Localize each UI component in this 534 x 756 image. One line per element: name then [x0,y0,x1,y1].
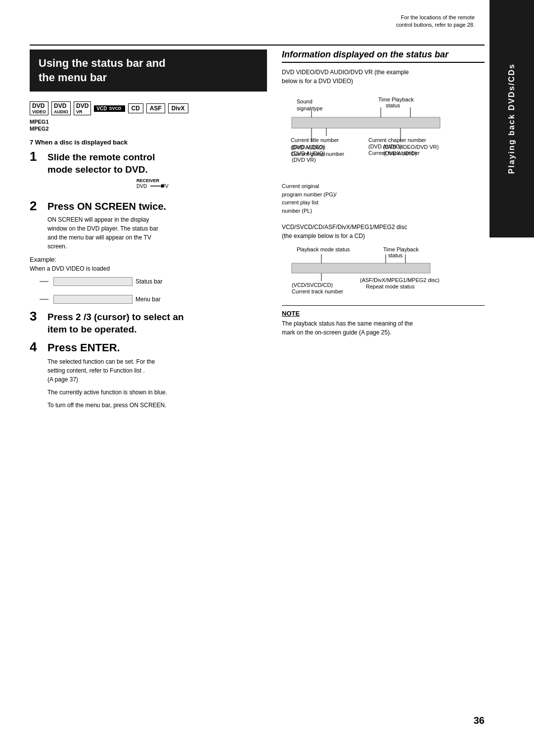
step-4-desc2: The currently active function is shown i… [47,388,267,397]
badge-divx: DivX [168,103,188,113]
right-column: Information displayed on the status bar … [282,49,485,337]
badge-dvd-vr: DVD VR [74,101,91,115]
svg-text:Current chapter number: Current chapter number [368,137,426,143]
step-2-content: Press ON SCREEN twice. ON SCREEN will ap… [47,200,267,251]
dvd-status-svg: Sound signal type Time Playback status (… [282,93,460,172]
svg-text:(DVD VR): (DVD VR) [292,157,316,163]
svg-text:status: status [388,252,403,258]
example-label: Example: [30,256,267,263]
cd-diagram: Playback mode status Time Playback statu… [282,245,485,296]
status-bar-box [53,277,133,286]
status-bar-row: Status bar [40,277,267,286]
badge-dvd-video: DVD VIDEO [30,101,48,115]
svg-text:Current group number: Current group number [291,151,345,157]
svg-text:Time Playback: Time Playback [383,246,419,252]
svg-text:DVD: DVD [136,184,147,189]
step-4: 4 Press ENTER. The selected function can… [30,341,267,410]
svg-rect-7 [292,117,440,128]
step-2-title: Press ON SCREEN twice. [47,200,267,212]
badge-vcd-svcd: VCD SVCD [94,105,125,112]
status-bar-line [40,279,50,284]
disc-badges: DVD VIDEO DVD AUDIO DVD VR VCD SVCD CD A… [30,101,267,115]
step-3-title: Press 2 /3 (cursor) to select an item to… [47,311,267,335]
dvd-vr-annotation: Current original program number (PG)/ cu… [282,182,485,215]
cd-status-svg: Playback mode status Time Playback statu… [282,245,460,295]
bar-illustration: Status bar Menu bar [40,277,267,304]
step-1-content: Slide the remote control mode selector t… [47,151,267,197]
svg-text:Current track number: Current track number [292,288,343,294]
dvd-intro: DVD VIDEO/DVD AUDIO/DVD VR (the example … [282,68,485,86]
note-box: NOTE The playback status has the same me… [282,305,485,337]
menu-bar-line [40,297,50,302]
svg-text:Sound: Sound [297,98,312,104]
receiver-dvd-tv-icon: RECEIVER DVD TV [136,177,171,195]
svg-text:TV: TV [162,184,169,189]
mpeg-labels: MPEG1 MPEG2 [30,118,267,133]
step-3-content: Press 2 /3 (cursor) to select an item to… [47,311,267,337]
side-tab: Playing back DVDs/CDs [490,0,534,237]
svg-text:(DVD AUDIO): (DVD AUDIO) [368,143,402,149]
page-container: For the locations of the remote control … [0,0,534,756]
step-4-desc1: The selected function can be set. For th… [47,357,267,384]
step-4-desc3: To turn off the menu bar, press ON SCREE… [47,401,267,410]
badge-cd: CD [128,103,143,113]
step-4-title: Press ENTER. [47,341,267,354]
step-1: 1 Slide the remote control mode selector… [30,151,267,197]
section-heading: Information displayed on the status bar [282,49,485,63]
svg-text:(DVD AUDIO): (DVD AUDIO) [291,144,324,150]
menu-bar-row: Menu bar [40,295,267,304]
svg-text:Playback mode status: Playback mode status [297,246,350,252]
svg-text:signal type: signal type [297,105,323,111]
top-reference-note: For the locations of the remote control … [396,14,475,29]
left-column: Using the status bar and the menu bar DV… [30,49,267,414]
receiver-icon-area: RECEIVER DVD TV [136,177,267,196]
step-2-desc: ON SCREEN will appear in the display win… [47,215,267,251]
menu-bar-box [53,295,133,304]
svg-text:Time Playback: Time Playback [378,96,414,102]
step-2: 2 Press ON SCREEN twice. ON SCREEN will … [30,200,267,251]
svg-text:status: status [386,102,400,108]
cd-intro: VCD/SVCD/CD/ASF/DivX/MPEG1/MPEG2 disc (t… [282,223,485,240]
dvd-diagram: Sound signal type Time Playback status (… [282,93,485,173]
step-3-number: 3 [30,310,47,323]
svg-text:(VCD/SVCD/CD): (VCD/SVCD/CD) [292,282,333,288]
top-rule [30,45,485,46]
svg-text:RECEIVER: RECEIVER [136,178,160,183]
step-1-number: 1 [30,150,47,163]
svg-text:Current track number: Current track number [368,150,420,156]
svg-rect-29 [292,263,430,273]
menu-bar-indicator [40,297,50,302]
example-area: Example: When a DVD VIDEO is loaded Stat… [30,256,267,304]
step-4-content: Press ENTER. The selected function can b… [47,341,267,410]
step-1-title: Slide the remote control mode selector t… [47,151,267,176]
cd-section: VCD/SVCD/CD/ASF/DivX/MPEG1/MPEG2 disc (t… [282,223,485,337]
note-text: The playback status has the same meaning… [282,319,485,337]
status-bar-indicator [40,279,50,284]
status-bar-label: Status bar [135,278,163,285]
step-2-number: 2 [30,199,47,212]
section-title: Using the status bar and the menu bar [30,49,267,92]
example-sub: When a DVD VIDEO is loaded [30,265,267,272]
svg-text:Current title number: Current title number [291,137,339,143]
badge-dvd-audio: DVD AUDIO [51,101,71,115]
svg-text:Repeat mode status: Repeat mode status [366,284,415,289]
badge-asf: ASF [146,103,165,113]
svg-text:(ASF/DivX/MPEG1/MPEG2 disc): (ASF/DivX/MPEG1/MPEG2 disc) [360,277,440,283]
page-number: 36 [474,715,485,726]
side-tab-text: Playing back DVDs/CDs [507,63,516,174]
step-4-number: 4 [30,340,47,353]
menu-bar-label: Menu bar [135,296,161,303]
step7-subtitle: 7 When a disc is displayed back [30,139,267,146]
step-3: 3 Press 2 /3 (cursor) to select an item … [30,311,267,337]
note-title: NOTE [282,310,485,317]
